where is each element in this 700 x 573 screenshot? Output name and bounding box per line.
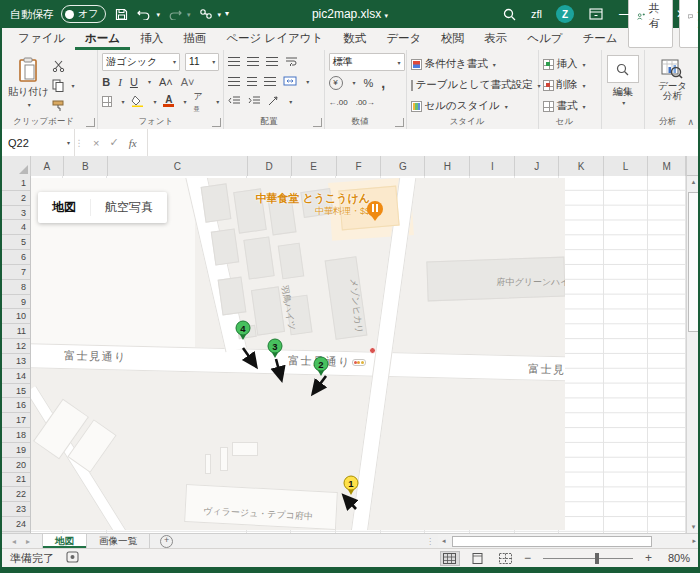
row-header[interactable]: 23 [0,502,30,517]
column-header[interactable]: K [559,156,604,176]
increase-indent-button[interactable] [248,96,261,107]
column-header[interactable]: G [381,156,425,176]
row-header[interactable]: 15 [0,384,30,399]
map-image[interactable]: 富士見通り富士見通り富士見 羽鳥ハイツメゾンヒカリ府中グリーンハイヴィラージュ・… [30,178,565,530]
column-header[interactable]: C [108,156,248,176]
select-all-button[interactable] [0,156,31,176]
scroll-up-icon[interactable]: ▴ [687,178,700,186]
column-header[interactable]: H [425,156,470,176]
sheet-tab-gazou-ichiran[interactable]: 画像一覧 [87,534,150,548]
ribbon-tab[interactable]: データ [376,28,431,50]
ribbon-tab[interactable]: ヘルプ [517,28,572,50]
cell-styles-button[interactable]: セルのスタイル▾ [411,97,534,115]
row-header[interactable]: 20 [0,458,30,473]
row-header[interactable]: 10 [0,309,30,324]
clipboard-dialog-launcher[interactable] [86,118,95,127]
fill-color-button[interactable] [131,95,144,109]
autosave-toggle[interactable]: オフ [61,5,106,23]
ribbon-tab[interactable]: 表示 [474,28,517,50]
align-center-button[interactable] [247,77,257,86]
currency-caret[interactable]: ▾ [353,79,356,86]
data-analysis-button[interactable]: データ分析 [649,53,696,107]
bold-button[interactable]: B [102,76,110,88]
column-header[interactable]: L [604,156,648,176]
row-header[interactable]: 22 [0,487,30,502]
insert-cells-button[interactable]: 挿入▾ [543,55,597,73]
row-header[interactable]: 8 [0,280,30,295]
row-header[interactable]: 11 [0,324,30,339]
scroll-down-icon[interactable]: ▾ [687,523,700,531]
ribbon-tab[interactable]: ファイル [8,28,75,50]
qat-customize-icon[interactable]: ▾ [225,10,229,18]
name-box[interactable]: Q22▾ [0,129,75,156]
row-header[interactable]: 2 [0,191,30,206]
delete-cells-button[interactable]: 削除▾ [543,76,597,94]
vertical-scrollbar[interactable]: ▴ ▾ [686,176,700,533]
column-header[interactable]: F [337,156,382,176]
percent-button[interactable]: % [364,77,374,89]
decrease-indent-button[interactable] [228,96,241,107]
search-icon[interactable] [501,6,517,22]
window-title[interactable]: pic2map.xlsx [312,7,381,21]
map-marker-2[interactable]: 2 [314,357,329,372]
wrap-text-button[interactable] [285,56,298,68]
column-header[interactable]: E [292,156,337,176]
collapse-ribbon-button[interactable]: ∧ [687,117,694,127]
increase-decimal-button[interactable]: ←.00 [329,98,348,107]
row-header[interactable]: 19 [0,443,30,458]
ribbon-tab[interactable]: 校閲 [431,28,474,50]
row-header[interactable]: 3 [0,206,30,221]
scroll-left-icon[interactable]: ◂ [438,537,450,545]
borders-button[interactable] [102,96,112,107]
column-header[interactable]: I [470,156,515,176]
ribbon-tab[interactable]: 数式 [333,28,376,50]
zoom-slider[interactable] [543,558,633,559]
phonetic-button[interactable]: ア亜 [194,90,208,114]
map-marker-1[interactable]: 1 [344,476,359,491]
macro-record-icon[interactable] [66,551,79,565]
cut-button[interactable] [52,57,74,74]
row-header[interactable]: 14 [0,369,30,384]
number-format-select[interactable]: 標準▾ [329,53,405,71]
horizontal-scrollbar[interactable]: ◂ ▸ [438,534,700,548]
italic-button[interactable]: I [118,76,122,88]
row-header[interactable]: 12 [0,339,30,354]
row-header[interactable]: 6 [0,250,30,265]
horizontal-scroll-thumb[interactable] [452,536,652,547]
poi-name[interactable]: 中華食堂 とうこうけん [190,191,370,206]
font-color-button[interactable]: A [163,96,174,107]
add-sheet-button[interactable]: + [150,534,183,548]
zoom-out-button[interactable]: − [524,551,531,565]
copy-button[interactable]: ▾ [52,77,74,94]
column-header[interactable]: A [31,156,64,176]
borders-caret[interactable]: ▾ [121,98,124,105]
orientation-button[interactable] [268,95,280,108]
align-bottom-button[interactable] [266,57,278,66]
align-right-button[interactable] [264,77,276,86]
sheet-nav-next-icon[interactable]: ▸ [26,537,30,546]
scroll-right-icon[interactable]: ▸ [688,537,700,545]
shrink-font-button[interactable]: A˅ [181,76,195,88]
merge-caret[interactable]: ▾ [306,78,309,85]
column-header[interactable]: J [515,156,559,176]
save-icon[interactable] [113,6,129,22]
formula-cancel-button[interactable]: × [93,137,99,149]
conditional-formatting-button[interactable]: 条件付き書式▾ [411,55,534,73]
ink-tool-icon[interactable] [198,6,214,22]
sheet-nav-prev-icon[interactable]: ◂ [12,537,16,546]
map-marker-4[interactable]: 4 [236,321,251,336]
page-break-view-button[interactable] [496,551,516,566]
comma-button[interactable]: , [381,75,385,91]
grow-font-button[interactable]: A˄ [159,76,173,88]
map-type-map-button[interactable]: 地図 [38,199,91,216]
row-header[interactable]: 24 [0,517,30,532]
alignment-dialog-launcher[interactable] [313,118,322,127]
column-header[interactable]: B [64,156,108,176]
column-header[interactable]: M [648,156,686,176]
merge-center-button[interactable] [283,76,297,88]
ribbon-tab[interactable]: ホーム [75,28,130,50]
number-dialog-launcher[interactable] [395,118,404,127]
namebox-splitter[interactable]: ⋮ [75,129,83,156]
format-as-table-button[interactable]: テーブルとして書式設定▾ [411,76,534,94]
zoom-level[interactable]: 80% [660,552,690,564]
